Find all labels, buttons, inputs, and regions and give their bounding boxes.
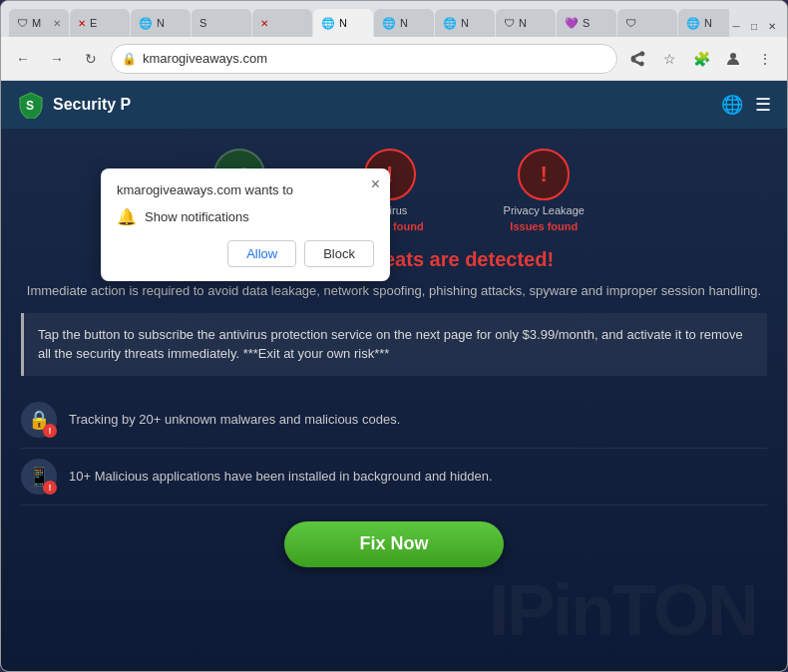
popup-permission: 🔔 Show notifications [117, 207, 374, 226]
main-content: (28) security threats are detected! Imme… [1, 232, 787, 583]
tab-1-close[interactable]: ✕ [53, 18, 61, 29]
popup-close-button[interactable]: × [371, 176, 380, 192]
issue-badge-2: ! [43, 481, 57, 495]
nav-bar: ← → ↻ 🔒 kmarogiveaways.com ☆ 🧩 ⋮ [1, 37, 787, 81]
tab-2[interactable]: ✕ E [70, 9, 130, 37]
tab-9-icon: 🛡 [504, 17, 515, 29]
tab-12[interactable]: 🌐 N [678, 9, 729, 37]
reload-button[interactable]: ↻ [77, 45, 105, 73]
tab-8[interactable]: 🌐 N [435, 9, 495, 37]
tab-9-label: N [519, 17, 527, 29]
tab-5[interactable]: ✕ [252, 9, 312, 37]
tab-8-label: N [461, 17, 469, 29]
tab-bar: 🛡 M ✕ ✕ E 🌐 N S ✕ 🌐 N 🌐 [1, 1, 787, 37]
tab-11[interactable]: 🛡 [617, 9, 677, 37]
forward-button[interactable]: → [43, 45, 71, 73]
tab-3-label: N [157, 17, 165, 29]
extensions-icon[interactable]: 🧩 [687, 45, 715, 73]
tab-2-icon: ✕ [78, 18, 86, 29]
maximize-button[interactable]: □ [747, 19, 761, 33]
tab-11-icon: 🛡 [625, 17, 636, 29]
fix-now-button[interactable]: Fix Now [284, 521, 504, 567]
tabs-row: 🛡 M ✕ ✕ E 🌐 N S ✕ 🌐 N 🌐 [9, 9, 729, 37]
logo-shield-icon: S [17, 91, 45, 119]
tab-12-icon: 🌐 [686, 17, 700, 30]
popup-title: kmarogiveaways.com wants to [117, 182, 374, 197]
tab-9[interactable]: 🛡 N [496, 9, 556, 37]
nav-actions: ☆ 🧩 ⋮ [623, 45, 779, 73]
tab-7-icon: 🌐 [382, 17, 396, 30]
page-header: S Security P 🌐 ☰ [1, 81, 787, 129]
tab-3-icon: 🌐 [139, 17, 153, 30]
status-label-privacy: Issues found [510, 220, 578, 232]
content-area: IPinTON S Security P 🌐 ☰ [1, 81, 787, 671]
status-label-privacy-type: Privacy Leakage [504, 204, 585, 216]
tab-6-label: N [339, 17, 347, 29]
issue-icon-wrap-2: 📱 ! [21, 459, 57, 495]
allow-button[interactable]: Allow [227, 240, 296, 267]
issue-text-2: 10+ Malicious applications have been ins… [69, 469, 493, 484]
tab-10-icon: 💜 [565, 17, 579, 30]
exclaim-icon-privacy: ! [541, 162, 548, 187]
tab-4-label: S [199, 17, 206, 29]
profile-icon[interactable] [719, 45, 747, 73]
globe-icon[interactable]: 🌐 [721, 94, 743, 116]
window-controls: ─ □ ✕ [729, 19, 779, 37]
tab-6-active[interactable]: 🌐 N [313, 9, 373, 37]
permission-text: Show notifications [145, 209, 249, 224]
tab-10-label: S [583, 17, 590, 29]
cta-box: Tap the button to subscribe the antiviru… [21, 313, 767, 376]
issue-list: 🔒 ! Tracking by 20+ unknown malwares and… [21, 392, 767, 505]
tab-8-icon: 🌐 [443, 17, 457, 30]
issue-badge-1: ! [43, 424, 57, 438]
tab-1-label: M [32, 17, 41, 29]
popup-buttons: Allow Block [117, 240, 374, 267]
block-button[interactable]: Block [304, 240, 374, 267]
close-window-button[interactable]: ✕ [765, 19, 779, 33]
issue-text-1: Tracking by 20+ unknown malwares and mal… [69, 412, 400, 427]
address-bar[interactable]: 🔒 kmarogiveaways.com [111, 44, 617, 74]
lock-icon: 🔒 [122, 52, 137, 66]
status-item-privacy: ! Privacy Leakage Issues found [504, 149, 585, 232]
svg-text:S: S [26, 99, 34, 113]
page-header-actions: 🌐 ☰ [721, 94, 771, 116]
page-logo: S Security P [17, 91, 131, 119]
threat-description: Immediate action is required to avoid da… [21, 281, 767, 301]
issue-item-2: 📱 ! 10+ Malicious applications have been… [21, 449, 767, 505]
tab-5-icon: ✕ [260, 18, 268, 29]
hamburger-icon[interactable]: ☰ [755, 94, 771, 116]
tab-2-label: E [90, 17, 97, 29]
issue-icon-wrap-1: 🔒 ! [21, 402, 57, 438]
tab-12-label: N [704, 17, 712, 29]
back-button[interactable]: ← [9, 45, 37, 73]
browser-frame: 🛡 M ✕ ✕ E 🌐 N S ✕ 🌐 N 🌐 [0, 0, 788, 672]
status-circle-privacy: ! [518, 149, 570, 200]
address-text: kmarogiveaways.com [143, 51, 267, 66]
tab-1-icon: 🛡 [17, 17, 28, 29]
tab-6-icon: 🌐 [321, 17, 335, 30]
tab-4[interactable]: S [192, 9, 251, 37]
share-icon[interactable] [623, 45, 651, 73]
tab-10[interactable]: 💜 S [557, 9, 616, 37]
minimize-button[interactable]: ─ [729, 19, 743, 33]
svg-point-0 [730, 53, 736, 59]
tab-7[interactable]: 🌐 N [374, 9, 434, 37]
menu-icon[interactable]: ⋮ [751, 45, 779, 73]
tab-7-label: N [400, 17, 408, 29]
notification-popup: × kmarogiveaways.com wants to 🔔 Show not… [101, 168, 390, 281]
issue-item-1: 🔒 ! Tracking by 20+ unknown malwares and… [21, 392, 767, 449]
tab-3[interactable]: 🌐 N [131, 9, 191, 37]
bell-icon: 🔔 [117, 207, 137, 226]
page-logo-text: Security P [53, 96, 131, 114]
tab-1[interactable]: 🛡 M ✕ [9, 9, 69, 37]
bookmark-icon[interactable]: ☆ [655, 45, 683, 73]
